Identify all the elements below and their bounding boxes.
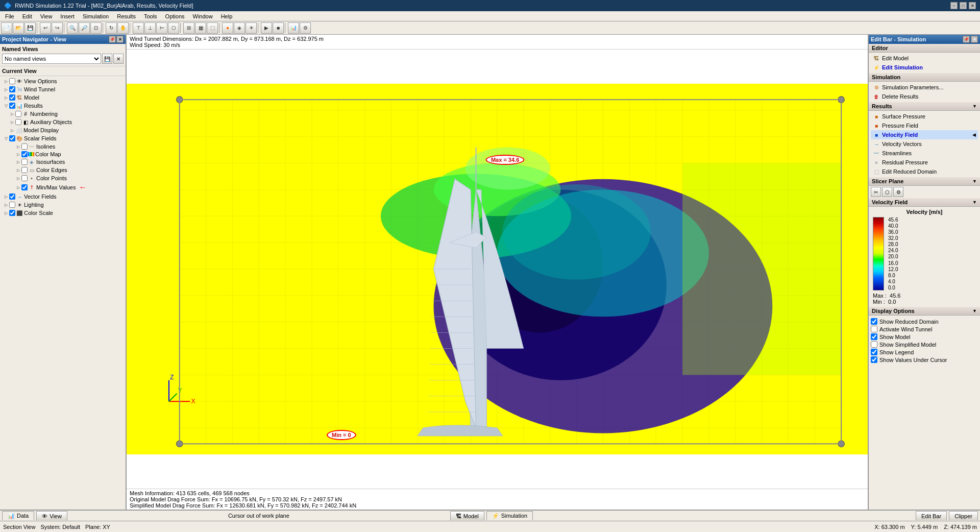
expander-isolines[interactable]: ▷ bbox=[15, 143, 21, 150]
menu-tools[interactable]: Tools bbox=[140, 11, 161, 21]
cb-model[interactable] bbox=[9, 94, 15, 101]
tree-item-model-display[interactable]: ▷ ⬜ Model Display bbox=[0, 126, 126, 134]
named-views-select[interactable]: No named views bbox=[2, 54, 101, 64]
tb-pan[interactable]: ✋ bbox=[117, 22, 129, 34]
cb-show-legend[interactable] bbox=[871, 349, 877, 355]
menu-view[interactable]: View bbox=[36, 11, 57, 21]
tree-item-wind-tunnel[interactable]: ▷ 🌬 Wind Tunnel bbox=[0, 85, 126, 93]
tree-item-vector-fields[interactable]: ▷ → Vector Fields bbox=[0, 192, 126, 201]
tab-simulation[interactable]: ⚡ Simulation bbox=[486, 511, 533, 520]
tree-item-color-scale[interactable]: ▷ ⬛ Color Scale bbox=[0, 209, 126, 217]
tb-render[interactable]: ◈ bbox=[234, 22, 245, 34]
cb-show-model[interactable] bbox=[871, 333, 877, 340]
right-panel-pin[interactable]: 📌 bbox=[963, 36, 970, 43]
expander-wind-tunnel[interactable]: ▷ bbox=[3, 86, 9, 92]
cb-color-points[interactable] bbox=[21, 175, 28, 181]
expander-vector-fields[interactable]: ▷ bbox=[3, 194, 9, 200]
cb-show-reduced-domain[interactable] bbox=[871, 318, 877, 325]
tb-mesh[interactable]: ⊞ bbox=[183, 22, 194, 34]
tb-zoom-out[interactable]: 🔎 bbox=[79, 22, 90, 34]
cb-color-map[interactable] bbox=[21, 151, 28, 157]
cb-activate-wind-tunnel[interactable] bbox=[871, 326, 877, 332]
tb-settings[interactable]: ⚙ bbox=[300, 22, 311, 34]
tb-zoom-fit[interactable]: ⊡ bbox=[90, 22, 102, 34]
cb-scalar-fields[interactable] bbox=[9, 135, 15, 141]
tab-model[interactable]: 🏗 Model bbox=[450, 511, 484, 520]
cb-vector-fields[interactable] bbox=[9, 194, 15, 200]
tb-surface[interactable]: ▦ bbox=[195, 22, 206, 34]
tb-undo[interactable]: ↩ bbox=[40, 22, 51, 34]
tree-item-auxiliary-objects[interactable]: ▷ ◧ Auxiliary Objects bbox=[0, 118, 126, 126]
cb-numbering[interactable] bbox=[15, 111, 21, 117]
expander-model[interactable]: ▷ bbox=[3, 94, 9, 101]
residual-pressure-item[interactable]: ≈ Residual Pressure bbox=[871, 158, 978, 167]
maximize-button[interactable]: □ bbox=[960, 2, 967, 9]
expander-auxiliary[interactable]: ▷ bbox=[9, 119, 15, 125]
cb-isolines[interactable] bbox=[21, 143, 28, 150]
cb-view-options[interactable] bbox=[9, 78, 15, 84]
surface-pressure-item[interactable]: ■ Surface Pressure bbox=[871, 112, 978, 121]
tb-rotate[interactable]: ↻ bbox=[106, 22, 117, 34]
slicer-icon-1[interactable]: ✂ bbox=[871, 187, 881, 197]
cb-wind-tunnel[interactable] bbox=[9, 86, 15, 92]
tree-item-isolines[interactable]: ▷ 〰 Isolines bbox=[0, 142, 126, 151]
cb-show-simplified-model[interactable] bbox=[871, 341, 877, 348]
menu-insert[interactable]: Insert bbox=[56, 11, 79, 21]
tree-item-isosurfaces[interactable]: ▷ ◈ Isosurfaces bbox=[0, 158, 126, 166]
tb-view-3d[interactable]: ⬡ bbox=[168, 22, 179, 34]
velocity-field-item[interactable]: ■ Velocity Field ◀ bbox=[871, 130, 978, 139]
minimize-button[interactable]: − bbox=[950, 2, 958, 9]
expander-numbering[interactable]: ▷ bbox=[9, 111, 15, 117]
cb-lighting[interactable] bbox=[9, 202, 15, 208]
expander-color-scale[interactable]: ▷ bbox=[3, 210, 9, 216]
cb-color-scale[interactable] bbox=[9, 210, 15, 216]
panel-pin-btn[interactable]: 📌 bbox=[109, 36, 116, 43]
cb-color-edges[interactable] bbox=[21, 167, 28, 173]
edit-reduced-domain-item[interactable]: ⬚ Edit Reduced Domain bbox=[871, 167, 978, 176]
menu-results[interactable]: Results bbox=[113, 11, 140, 21]
expander-results[interactable]: ▽ bbox=[3, 103, 9, 109]
viewport-canvas[interactable]: Z X Y Max = 34.6 Min = 0 bbox=[127, 50, 868, 489]
tree-item-scalar-fields[interactable]: ▽ 🎨 Scalar Fields bbox=[0, 134, 126, 142]
tree-item-minmax-values[interactable]: ▷ ⤒ Min/Max Values ← bbox=[0, 182, 126, 192]
tree-item-numbering[interactable]: ▷ # Numbering bbox=[0, 110, 126, 118]
tb-zoom-in[interactable]: 🔍 bbox=[67, 22, 78, 34]
tree-item-results[interactable]: ▽ 📊 Results bbox=[0, 102, 126, 110]
expander-view-options[interactable]: ▷ bbox=[3, 78, 9, 84]
expander-scalar-fields[interactable]: ▽ bbox=[3, 135, 9, 141]
expander-minmax[interactable]: ▷ bbox=[15, 184, 21, 190]
tb-view-front[interactable]: ⊥ bbox=[144, 22, 156, 34]
cb-show-values-under-cursor[interactable] bbox=[871, 356, 877, 363]
tb-color[interactable]: ● bbox=[222, 22, 233, 34]
menu-help[interactable]: Help bbox=[217, 11, 237, 21]
tb-light[interactable]: ☀ bbox=[246, 22, 257, 34]
tb-simulate[interactable]: ▶ bbox=[261, 22, 272, 34]
named-views-delete-btn[interactable]: ✕ bbox=[113, 54, 124, 64]
expander-model-display[interactable]: ▷ bbox=[9, 127, 15, 133]
menu-file[interactable]: File bbox=[1, 11, 18, 21]
tree-item-color-map[interactable]: ▷ Color Map bbox=[0, 151, 126, 158]
menu-options[interactable]: Options bbox=[161, 11, 189, 21]
tb-redo[interactable]: ↪ bbox=[52, 22, 63, 34]
tree-item-lighting[interactable]: ▷ ☀ Lighting bbox=[0, 201, 126, 209]
expander-color-points[interactable]: ▷ bbox=[15, 175, 21, 181]
tb-chart[interactable]: 📊 bbox=[288, 22, 299, 34]
streamlines-item[interactable]: 〰 Streamlines bbox=[871, 149, 978, 158]
menu-edit[interactable]: Edit bbox=[18, 11, 36, 21]
slicer-icon-3[interactable]: ⚙ bbox=[893, 187, 903, 197]
edit-bar-btn[interactable]: Edit Bar bbox=[916, 511, 947, 520]
cb-minmax[interactable] bbox=[21, 184, 28, 190]
tb-wireframe[interactable]: ⬚ bbox=[207, 22, 218, 34]
expander-lighting[interactable]: ▷ bbox=[3, 202, 9, 208]
tree-item-model[interactable]: ▷ 🏗 Model bbox=[0, 93, 126, 102]
tree-item-color-points[interactable]: ▷ • Color Points bbox=[0, 174, 126, 182]
tb-view-side[interactable]: ⊢ bbox=[156, 22, 167, 34]
expander-isosurfaces[interactable]: ▷ bbox=[15, 159, 21, 165]
right-panel-close[interactable]: ✕ bbox=[971, 36, 978, 43]
tb-stop[interactable]: ■ bbox=[273, 22, 284, 34]
slicer-icon-2[interactable]: ⬡ bbox=[882, 187, 892, 197]
tree-item-color-edges[interactable]: ▷ ▭ Color Edges bbox=[0, 166, 126, 174]
menu-simulation[interactable]: Simulation bbox=[79, 11, 113, 21]
expander-color-map[interactable]: ▷ bbox=[15, 151, 21, 157]
edit-model-item[interactable]: 🏗 Edit Model bbox=[871, 54, 978, 63]
